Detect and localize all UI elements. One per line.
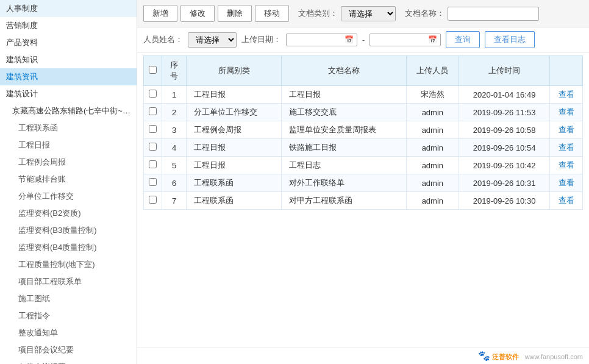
sidebar-item-s20[interactable]: 整改通知单 — [0, 324, 137, 341]
row-action-2[interactable]: 查看 — [550, 121, 583, 139]
row-checkbox-3 — [144, 139, 162, 157]
row-checkbox-1 — [144, 104, 162, 121]
row-upload-time-0: 2020-01-04 16:49 — [459, 86, 549, 104]
sidebar-item-s12[interactable]: 分单位工作移交 — [0, 188, 137, 205]
header-checkbox-col — [144, 56, 162, 86]
sidebar-item-s17[interactable]: 项目部工程联系单 — [0, 273, 137, 290]
row-check-5[interactable] — [149, 178, 157, 186]
logo-name: 🐾 泛普软件 — [478, 353, 521, 360]
add-button[interactable]: 新增 — [143, 5, 177, 22]
sidebar-item-s10[interactable]: 工程例会周报 — [0, 154, 137, 171]
row-uploader-0: 宋浩然 — [406, 86, 459, 104]
row-check-6[interactable] — [149, 196, 157, 204]
row-num-2: 3 — [162, 121, 187, 139]
select-all-checkbox[interactable] — [149, 66, 157, 74]
sidebar-item-s18[interactable]: 施工图纸 — [0, 290, 137, 307]
row-docname-5: 对外工作联络单 — [282, 174, 407, 192]
move-button[interactable]: 移动 — [255, 5, 289, 22]
query-button[interactable]: 查询 — [446, 31, 480, 48]
row-category-0: 工程日报 — [187, 86, 282, 104]
name-filter-select[interactable]: 请选择 — [188, 32, 237, 48]
logo-url: www.fanpusoft.com — [525, 353, 583, 360]
row-action-3[interactable]: 查看 — [550, 139, 583, 157]
view-link-6[interactable]: 查看 — [559, 196, 574, 205]
table-row: 3 工程例会周报 监理单位安全质量周报表 admin 2019-09-26 10… — [144, 121, 583, 139]
view-link-4[interactable]: 查看 — [559, 160, 574, 170]
data-table: 序号 所属别类 文档名称 上传人员 上传时间 1 工程日报 工程日报 宋浩然 2… — [143, 55, 583, 210]
header-upload-time: 上传时间 — [459, 56, 549, 86]
sidebar-item-s13[interactable]: 监理资料(B2资质) — [0, 205, 137, 222]
row-check-0[interactable] — [149, 90, 157, 98]
date-filter-label: 上传日期： — [241, 34, 281, 45]
sidebar-item-s22[interactable]: 各类会议纪要 — [0, 359, 137, 364]
row-uploader-1: admin — [406, 104, 459, 121]
row-category-4: 工程日报 — [187, 157, 282, 174]
row-category-6: 工程联系函 — [187, 192, 282, 210]
row-category-3: 工程日报 — [187, 139, 282, 157]
row-docname-4: 工程日志 — [282, 157, 407, 174]
sidebar-item-s21[interactable]: 项目部会议纪要 — [0, 341, 137, 359]
header-category: 所属别类 — [187, 56, 282, 86]
view-link-1[interactable]: 查看 — [559, 107, 574, 116]
sidebar-item-s1[interactable]: 人事制度 — [0, 0, 137, 17]
sidebar-item-s19[interactable]: 工程指令 — [0, 307, 137, 324]
sidebar-item-s15[interactable]: 监理资料(B4质量控制) — [0, 239, 137, 256]
view-link-0[interactable]: 查看 — [559, 90, 574, 99]
sidebar: 人事制度营销制度产品资料建筑知识建筑资讯建筑设计京藏高速公路东辅路(七辛中街~南… — [0, 0, 137, 364]
sidebar-item-s14[interactable]: 监理资料(B3质量控制) — [0, 222, 137, 239]
sidebar-item-s3[interactable]: 产品资料 — [0, 34, 137, 51]
view-link-5[interactable]: 查看 — [559, 178, 574, 187]
row-action-5[interactable]: 查看 — [550, 174, 583, 192]
row-action-0[interactable]: 查看 — [550, 86, 583, 104]
row-upload-time-5: 2019-09-26 10:31 — [459, 174, 549, 192]
header-num: 序号 — [162, 56, 187, 86]
date-from-input[interactable] — [290, 35, 344, 45]
edit-button[interactable]: 修改 — [180, 5, 215, 22]
date-separator: - — [362, 35, 365, 45]
docname-input[interactable] — [448, 7, 539, 21]
row-check-2[interactable] — [149, 125, 157, 133]
category-select[interactable]: 请选择 — [341, 6, 396, 21]
row-num-0: 1 — [162, 86, 187, 104]
sidebar-item-s9[interactable]: 工程日报 — [0, 137, 137, 154]
sidebar-item-s2[interactable]: 营销制度 — [0, 17, 137, 34]
row-upload-time-1: 2019-09-26 11:53 — [459, 104, 549, 121]
sidebar-item-s7[interactable]: 京藏高速公路东辅路(七辛中街~南) — [0, 102, 137, 120]
date-to-wrapper: 📅 — [369, 34, 441, 46]
calendar-to-icon: 📅 — [428, 35, 437, 44]
view-link-3[interactable]: 查看 — [559, 143, 574, 152]
row-action-1[interactable]: 查看 — [550, 104, 583, 121]
delete-button[interactable]: 删除 — [218, 5, 252, 22]
row-num-5: 6 — [162, 174, 187, 192]
row-action-4[interactable]: 查看 — [550, 157, 583, 174]
sidebar-item-s11[interactable]: 节能减排台账 — [0, 171, 137, 188]
row-upload-time-2: 2019-09-26 10:58 — [459, 121, 549, 139]
main-content: 新增 修改 删除 移动 文档类别： 请选择 文档名称： 人员姓名： 请选择 上传… — [137, 0, 589, 364]
sidebar-item-s16[interactable]: 工程质量控制(地下室) — [0, 256, 137, 273]
row-action-6[interactable]: 查看 — [550, 192, 583, 210]
header-action — [550, 56, 583, 86]
row-category-1: 分工单位工作移交 — [187, 104, 282, 121]
sidebar-item-s4[interactable]: 建筑知识 — [0, 51, 137, 68]
sidebar-item-s6[interactable]: 建筑设计 — [0, 85, 137, 102]
view-link-2[interactable]: 查看 — [559, 125, 574, 134]
row-docname-3: 铁路施工日报 — [282, 139, 407, 157]
row-check-3[interactable] — [149, 143, 157, 151]
header-uploader: 上传人员 — [406, 56, 459, 86]
row-checkbox-5 — [144, 174, 162, 192]
row-num-4: 5 — [162, 157, 187, 174]
row-uploader-5: admin — [406, 174, 459, 192]
row-check-1[interactable] — [149, 107, 157, 115]
log-button[interactable]: 查看日志 — [485, 31, 535, 48]
row-docname-1: 施工移交交底 — [282, 104, 407, 121]
row-check-4[interactable] — [149, 160, 157, 168]
calendar-from-icon: 📅 — [344, 35, 354, 44]
date-from-wrapper: 📅 — [286, 34, 357, 46]
row-num-6: 7 — [162, 192, 187, 210]
sidebar-item-s8[interactable]: 工程联系函 — [0, 120, 137, 137]
date-to-input[interactable] — [373, 35, 428, 45]
row-category-2: 工程例会周报 — [187, 121, 282, 139]
sidebar-item-s5[interactable]: 建筑资讯 — [0, 68, 137, 85]
table-row: 4 工程日报 铁路施工日报 admin 2019-09-26 10:54 查看 — [144, 139, 583, 157]
row-upload-time-4: 2019-09-26 10:42 — [459, 157, 549, 174]
